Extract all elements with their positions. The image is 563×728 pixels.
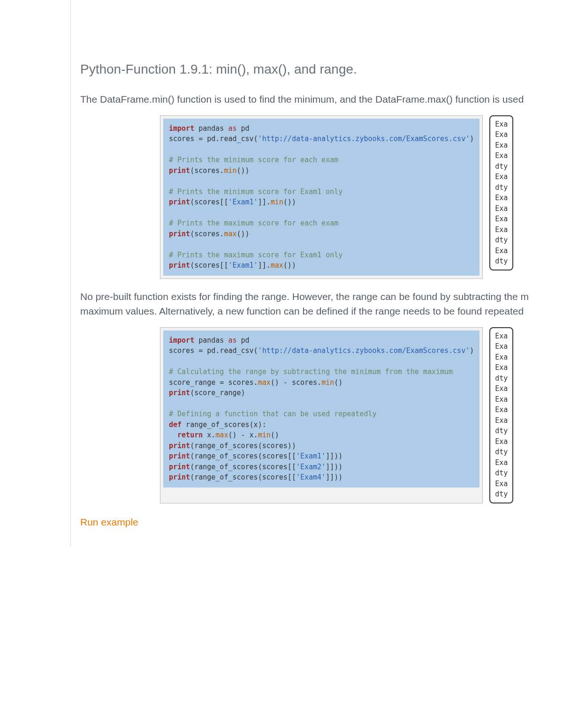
output-line: Exa (495, 395, 508, 404)
output-line: Exa (495, 215, 508, 223)
code-text: ) (470, 135, 474, 143)
code-text: (range_of_scores(scores[[ (190, 452, 296, 460)
output-line: Exa (495, 342, 508, 351)
code-text: (scores. (190, 166, 224, 175)
code-panel-1: import pandas as pd scores = pd.read_csv… (160, 115, 483, 279)
code-text: ]]. (258, 198, 271, 206)
code-text: scores = pd.read_csv( (169, 135, 258, 143)
code-text: ]]. (258, 261, 271, 270)
output-line: Exa (495, 194, 508, 202)
string-literal: 'Exam1' (228, 261, 258, 270)
output-line: Exa (495, 173, 508, 181)
output-line: dty (495, 490, 508, 498)
page: Python-Function 1.9.1: min(), max(), and… (0, 0, 563, 728)
kw-import: import (169, 124, 194, 133)
kw-import: import (169, 336, 194, 345)
code-text: ()) (237, 166, 250, 175)
kw-as: as (228, 124, 236, 133)
example-1: import pandas as pd scores = pd.read_csv… (160, 115, 563, 279)
output-line: dty (495, 162, 508, 171)
code-text: pd (237, 336, 250, 345)
code-text: pandas (194, 124, 228, 133)
fn-max: max (224, 230, 236, 238)
code-text: ) (470, 346, 474, 355)
run-example-link[interactable]: Run example (80, 517, 138, 528)
intro-paragraph: The DataFrame.min() function is used to … (80, 92, 563, 107)
output-panel-1: Exa Exa Exa Exa dty Exa dty Exa Exa Exa … (489, 115, 513, 270)
output-line: Exa (495, 384, 508, 393)
output-line: Exa (495, 130, 508, 139)
output-line: Exa (495, 363, 508, 372)
string-literal: 'Exam1' (228, 198, 258, 206)
code-text: ]])) (326, 463, 342, 471)
code-text: score_range = scores. (169, 378, 258, 387)
code-text (169, 431, 177, 439)
comment: # Prints the minimum score for Exam1 onl… (169, 188, 342, 196)
output-line: Exa (495, 332, 508, 340)
string-literal: 'Exam1' (296, 452, 326, 460)
output-line: dty (495, 427, 508, 435)
comment: # Prints the minimum score for each exam (169, 156, 338, 164)
code-block-2: import pandas as pd scores = pd.read_csv… (163, 330, 479, 488)
kw-print: print (169, 261, 190, 270)
kw-print: print (169, 452, 190, 460)
kw-print: print (169, 442, 190, 450)
output-line: Exa (495, 353, 508, 361)
code-block-1: import pandas as pd scores = pd.read_csv… (163, 119, 479, 276)
kw-return: return (177, 431, 203, 439)
output-line: dty (495, 448, 508, 456)
output-line: Exa (495, 141, 508, 150)
output-line: Exa (495, 405, 508, 414)
section-heading: Python-Function 1.9.1: min(), max(), and… (80, 61, 563, 78)
fn-min: min (258, 431, 271, 439)
fn-min: min (271, 198, 283, 206)
kw-print: print (169, 166, 190, 175)
output-line: Exa (495, 225, 508, 234)
output-line: Exa (495, 247, 508, 255)
example-2: import pandas as pd scores = pd.read_csv… (160, 327, 563, 503)
code-text: x. (203, 431, 215, 439)
code-text: (scores[[ (190, 261, 228, 270)
string-literal: 'Exam2' (296, 463, 326, 471)
output-line: dty (495, 183, 508, 192)
string-literal: 'Exam4' (296, 473, 326, 481)
code-text: () - x. (228, 431, 258, 439)
fn-min: min (321, 378, 334, 387)
code-text: pandas (194, 336, 228, 345)
code-text: (scores[[ (190, 198, 228, 206)
kw-print: print (169, 463, 190, 471)
output-line: dty (495, 257, 508, 265)
code-text: (range_of_scores(scores)) (190, 442, 296, 450)
output-line: Exa (495, 120, 508, 128)
output-line: Exa (495, 151, 508, 160)
code-text: (range_of_scores(scores[[ (190, 473, 296, 481)
fn-max: max (258, 378, 271, 387)
code-text: scores = pd.read_csv( (169, 346, 258, 355)
comment: # Defining a function that can be used r… (169, 410, 377, 418)
string-literal: 'http://data-analytics.zybooks.com/ExamS… (258, 346, 470, 355)
kw-print: print (169, 389, 190, 397)
content-column: Python-Function 1.9.1: min(), max(), and… (70, 0, 563, 547)
output-line: dty (495, 236, 508, 244)
code-text: (score_range) (190, 389, 245, 397)
code-text: () - scores. (271, 378, 321, 387)
comment: # Prints the maximum score for each exam (169, 219, 338, 227)
code-text: ()) (283, 261, 296, 270)
kw-print: print (169, 230, 190, 238)
code-text: () (271, 431, 279, 439)
code-text: (range_of_scores(scores[[ (190, 463, 296, 471)
body-paragraph-2b: maximum values. Alternatively, a new fun… (80, 304, 563, 319)
output-line: Exa (495, 458, 508, 467)
output-line: Exa (495, 204, 508, 213)
string-literal: 'http://data-analytics.zybooks.com/ExamS… (258, 135, 470, 143)
kw-print: print (169, 198, 190, 206)
code-text: ]])) (326, 452, 342, 460)
comment: # Prints the maximum score for Exam1 onl… (169, 251, 342, 259)
comment: # Calculating the range by subtracting t… (169, 368, 453, 376)
kw-as: as (228, 336, 236, 345)
output-panel-2: Exa Exa Exa Exa dty Exa Exa Exa Exa dty … (489, 327, 513, 503)
code-text: ()) (237, 230, 250, 238)
code-text: pd (237, 124, 250, 133)
body-paragraph-2a: No pre-built function exists for finding… (80, 289, 563, 304)
code-text: () (334, 378, 342, 387)
